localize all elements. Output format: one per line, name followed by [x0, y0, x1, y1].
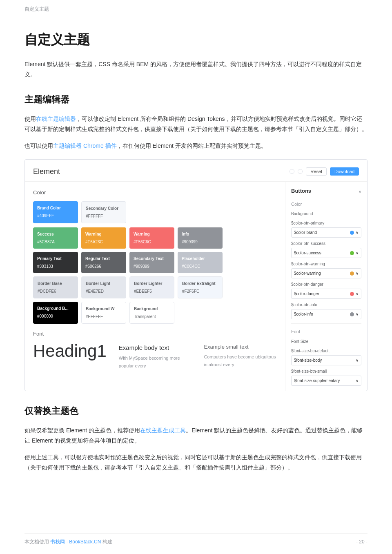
field-label-2: $color-btn-success: [291, 240, 361, 247]
border-base-swatch: Border Base #DCDFE6: [33, 276, 78, 298]
page-title: 自定义主题: [24, 29, 368, 51]
section-1-text2: 也可以使用主题编辑器 Chrome 插件，在任何使用 Element 开发的网站…: [24, 141, 368, 151]
font-body-text: Example body text: [119, 343, 192, 353]
theme-generator-link[interactable]: 在线主题生成工具: [140, 427, 186, 434]
breadcrumb: 自定义主题: [0, 0, 392, 16]
bg-colors-row: Background B... #000000 Background W #FF…: [33, 302, 277, 324]
intro-text: Element 默认提供一套主题，CSS 命名采用 BEM 的风格，方便使用者覆…: [24, 59, 368, 80]
secondary-text-swatch: Secondary Text #909399: [129, 252, 174, 273]
success-swatch: Success #5CB87A: [33, 227, 78, 249]
chevron-down-icon-1: ∨: [356, 229, 359, 236]
download-button[interactable]: Download: [330, 167, 359, 176]
brand-color-swatch: Brand Color #409EFF: [33, 201, 78, 223]
right-font-section: Font: [291, 328, 361, 336]
right-panel-title: Buttons: [291, 187, 311, 196]
section-2-title: 仅替换主题色: [24, 403, 368, 418]
preview-left: Color Brand Color #409EFF Secondary Colo…: [25, 182, 285, 391]
online-editor-link[interactable]: 在线主题编辑器: [36, 116, 76, 122]
field-label-1: $color-btn-primary: [291, 220, 361, 227]
select-success[interactable]: $color-success ∨: [291, 248, 361, 258]
page-footer: 本文档使用 书栈网 · BookStack.CN 构建 - 20 -: [24, 533, 368, 546]
preview-body: Color Brand Color #409EFF Secondary Colo…: [25, 182, 367, 391]
chevron-down-icon-5: ∨: [356, 311, 359, 318]
font-body-col: Example body text With MySpace becoming …: [119, 343, 192, 370]
right-color-section: Color: [291, 200, 361, 208]
chevron-down-icon-6: ∨: [356, 357, 359, 364]
info-swatch: Info #909399: [178, 227, 223, 249]
bg-transparent-swatch: Background Transparent: [129, 302, 174, 324]
chevron-down-icon-7: ∨: [356, 377, 359, 384]
field-label-4: $color-btn-danger: [291, 281, 361, 288]
font-field-label-2: $font-size-btn-small: [291, 368, 361, 375]
preview-header: Element Reset Download: [25, 160, 367, 182]
regular-text-swatch: Regular Text #606266: [81, 252, 126, 273]
font-small-text: Example small text: [204, 343, 277, 352]
select-font-small[interactable]: $font-size-supplementary ∨: [291, 376, 361, 386]
font-section-title: Font: [33, 329, 277, 338]
footer-left: 本文档使用 书栈网 · BookStack.CN 构建: [24, 538, 112, 546]
chevron-down-icon-2: ∨: [356, 249, 359, 256]
top-color-row: Brand Color #409EFF Secondary Color #FFF…: [33, 201, 277, 223]
color-section-title: Color: [33, 188, 277, 197]
text-colors-row: Primary Text #303133 Regular Text #60626…: [33, 252, 277, 273]
primary-text-swatch: Primary Text #303133: [33, 252, 78, 273]
field-label-5: $color-btn-info: [291, 301, 361, 308]
select-warning[interactable]: $color-warning ∨: [291, 268, 361, 278]
circle-btn-1[interactable]: [290, 169, 294, 174]
reset-button[interactable]: Reset: [306, 167, 327, 176]
font-preview-row: Heading1 Example body text With MySpace …: [33, 343, 277, 370]
warning-swatch: Warning #E6A23C: [81, 227, 126, 249]
chrome-plugin-link[interactable]: 主题编辑器 Chrome 插件: [53, 142, 117, 149]
circle-btn-2[interactable]: [298, 169, 303, 174]
color-dot-blue: [350, 231, 354, 235]
color-dot-gray: [350, 312, 354, 316]
section-2-text1: 如果仅希望更换 Element 的主题色，推荐使用在线主题生成工具。Elemen…: [24, 425, 368, 446]
color-dot-orange: [350, 271, 354, 276]
font-size-label: Font Size: [291, 338, 361, 345]
danger-swatch: Warning #F56C6C: [129, 227, 174, 249]
section-1-text1: 使用在线主题编辑器，可以修改定制 Element 所有全局和组件的 Design…: [24, 114, 368, 134]
font-body-sub: With MySpace becoming more popular every: [119, 354, 192, 369]
font-heading: Heading1: [33, 343, 107, 360]
border-extra-swatch: Border Extralight #F2F6FC: [178, 276, 223, 298]
footer-page-number: - 20 -: [356, 538, 368, 546]
placeholder-swatch: Placeholder #C0C4CC: [178, 252, 223, 273]
section-1-title: 主题编辑器: [24, 92, 368, 107]
background-label: Background: [291, 210, 361, 217]
chevron-down-icon-3: ∨: [356, 270, 359, 277]
font-field-label-1: $font-size-btn-default: [291, 347, 361, 354]
chevron-down-icon: ∨: [359, 188, 361, 195]
bookstack-link[interactable]: 书栈网 · BookStack.CN: [50, 539, 101, 545]
select-font-default[interactable]: $font-size-body ∨: [291, 355, 361, 365]
color-dot-red: [350, 292, 354, 296]
secondary-color-swatch: Secondary Color #FFFFFF: [81, 201, 126, 223]
preview-logo: Element: [33, 165, 290, 178]
main-content: 自定义主题 Element 默认提供一套主题，CSS 命名采用 BEM 的风格，…: [0, 16, 392, 504]
theme-preview-box: Element Reset Download Color Brand Color…: [24, 159, 368, 391]
status-colors-row: Success #5CB87A Warning #E6A23C Warning …: [33, 227, 277, 249]
border-lighter-swatch: Border Lighter #EBEEF5: [129, 276, 174, 298]
preview-controls: Reset Download: [290, 167, 359, 176]
font-small-col: Example small text Computers have become…: [204, 343, 277, 368]
right-divider: [291, 323, 361, 324]
bg-white-swatch: Background W #FFFFFF: [81, 302, 126, 324]
chevron-down-icon-4: ∨: [356, 290, 359, 297]
field-label-3: $color-btn-warning: [291, 260, 361, 267]
section-2-text2: 使用上述工具，可以很方便地实时预览主题色改变之后的视觉，同时它还可以基于新的主题…: [24, 452, 368, 473]
select-danger[interactable]: $color-danger ∨: [291, 289, 361, 299]
color-dot-green: [350, 251, 354, 255]
preview-right: Buttons ∨ Color Background $color-btn-pr…: [285, 182, 367, 391]
font-small-sub: Computers have become ubiquitous in almo…: [204, 353, 277, 368]
border-light-swatch: Border Light #E4E7ED: [81, 276, 126, 298]
bg-black-swatch: Background B... #000000: [33, 302, 78, 324]
select-brand[interactable]: $color-brand ∨: [291, 227, 361, 238]
select-info[interactable]: $color-info ∨: [291, 309, 361, 319]
border-colors-row: Border Base #DCDFE6 Border Light #E4E7ED…: [33, 276, 277, 298]
